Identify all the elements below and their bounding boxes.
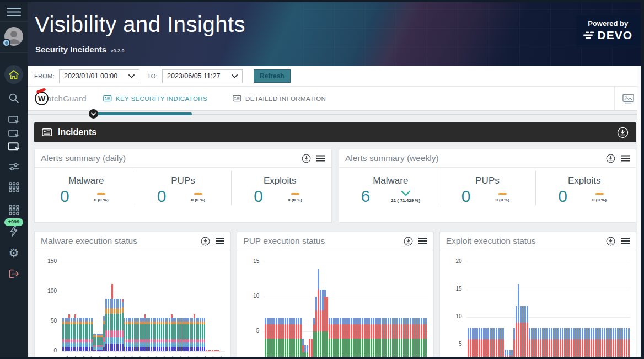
stacked-bar xyxy=(296,318,297,357)
stacked-bar xyxy=(520,306,522,357)
stacked-bar xyxy=(269,318,271,357)
stacked-bar xyxy=(522,306,524,357)
kpi-trend: 0 (0 %) xyxy=(284,190,306,202)
stacked-bar xyxy=(518,284,519,357)
stacked-bar xyxy=(181,318,183,352)
stacked-bar xyxy=(416,318,418,357)
stacked-bar xyxy=(95,334,97,351)
stacked-bar xyxy=(604,328,605,357)
sidebar-item-activeboard-3[interactable] xyxy=(8,142,20,153)
kpi-value: 6 xyxy=(361,187,371,205)
kpi-row: Malware621 (-71.429 %)PUPs00 (0 %)Exploi… xyxy=(339,168,636,205)
stacked-bar xyxy=(573,328,575,357)
stacked-bar xyxy=(77,318,78,352)
from-date-select[interactable]: 2023/01/01 00:00 xyxy=(59,69,139,83)
stacked-bar xyxy=(371,318,372,357)
menu-button[interactable] xyxy=(0,2,28,22)
stacked-bar xyxy=(479,328,480,357)
stacked-bar xyxy=(621,328,623,357)
stacked-bar xyxy=(179,318,181,352)
stacked-bar xyxy=(544,328,546,357)
grid-icon xyxy=(9,205,19,215)
stacked-bar xyxy=(535,328,537,357)
stacked-bar xyxy=(410,318,411,357)
tab-detailed-information[interactable]: DETAILED INFORMATION xyxy=(232,93,327,104)
stacked-bar xyxy=(472,328,474,357)
scroll-knob[interactable] xyxy=(89,109,98,119)
sidebar-item-settings[interactable]: ⚙ xyxy=(9,248,19,259)
chevron-down-icon xyxy=(128,74,135,78)
sidebar-item-apps[interactable] xyxy=(9,182,19,192)
tab-key-security-indicators[interactable]: KEY SECURITY INDICATORS xyxy=(102,93,208,104)
stacked-bar xyxy=(362,318,363,357)
stacked-bar xyxy=(183,318,185,352)
download-icon[interactable] xyxy=(606,154,615,163)
kpi-trend: 0 (0 %) xyxy=(90,190,112,202)
panel-menu-icon[interactable] xyxy=(621,238,630,244)
refresh-button[interactable]: Refresh xyxy=(254,69,291,83)
kpi-label: Malware xyxy=(38,175,135,186)
stacked-bar xyxy=(144,314,146,351)
stacked-bar xyxy=(173,318,175,352)
panel-menu-icon[interactable] xyxy=(316,155,325,162)
y-axis-tick: 150 xyxy=(40,258,57,264)
stacked-bar xyxy=(375,318,377,357)
user-avatar-button[interactable] xyxy=(0,22,28,53)
tabs-bar: W atchGuard KEY SECURITY INDICATORS xyxy=(28,87,641,111)
stacked-bar xyxy=(364,318,366,357)
stacked-bar xyxy=(191,318,193,352)
to-date-select[interactable]: 2023/06/05 11:27 xyxy=(162,69,243,83)
stacked-bar xyxy=(340,318,341,357)
stacked-bar xyxy=(624,328,625,357)
sidebar-item-filters[interactable] xyxy=(9,163,19,171)
kpi-trend: 21 (-71.429 %) xyxy=(391,190,420,203)
download-icon[interactable] xyxy=(606,237,615,246)
stacked-bar xyxy=(617,328,619,357)
sidebar-item-search[interactable] xyxy=(8,93,19,104)
stacked-bar xyxy=(110,299,111,351)
panel-title: Malware execution status xyxy=(41,236,195,246)
stacked-bar xyxy=(500,328,502,357)
stacked-bar xyxy=(161,318,163,352)
sidebar-item-logout[interactable] xyxy=(9,269,19,278)
app-window: +999 ⚙ Visibility and Insights Security … xyxy=(0,0,644,359)
stacked-bar xyxy=(120,299,121,351)
download-icon[interactable] xyxy=(404,237,413,246)
stacked-bar xyxy=(577,328,579,357)
stacked-bar xyxy=(546,328,548,357)
download-icon[interactable] xyxy=(302,154,311,163)
kpi-malware: Malware621 (-71.429 %) xyxy=(342,171,439,205)
kpi-trend-text: 0 (0 %) xyxy=(288,197,302,202)
stacked-bar xyxy=(571,328,572,357)
panel-menu-icon[interactable] xyxy=(216,238,224,244)
stacked-bar xyxy=(538,328,539,357)
stacked-bar xyxy=(524,306,526,357)
sidebar-item-activeboard-2[interactable] xyxy=(8,130,20,139)
stacked-bar xyxy=(153,318,154,352)
sidebar-item-alerts[interactable] xyxy=(9,226,18,237)
scrollbar[interactable] xyxy=(637,66,641,357)
panel-menu-icon[interactable] xyxy=(418,238,427,244)
stacked-bar xyxy=(335,318,337,357)
bolt-icon xyxy=(9,226,18,237)
sidebar-item-activeboard-1[interactable] xyxy=(8,116,20,125)
stacked-bar xyxy=(65,318,66,352)
download-icon[interactable] xyxy=(201,237,210,246)
stacked-bar xyxy=(206,350,207,351)
watchguard-wordmark: atchGuard xyxy=(47,94,87,103)
stacked-bar xyxy=(93,334,95,351)
stacked-bar xyxy=(85,318,87,352)
page-subtitle: Security Incidents v0.2.0 xyxy=(35,45,641,54)
stacked-bar xyxy=(405,318,407,357)
download-icon[interactable] xyxy=(617,127,629,138)
image-chart-icon xyxy=(622,94,634,104)
sidebar-item-home[interactable] xyxy=(4,65,23,84)
kpi-trend: 0 (0 %) xyxy=(588,190,610,202)
kpi-trend: 0 (0 %) xyxy=(491,190,513,202)
sidebar-item-modules[interactable] xyxy=(9,205,19,215)
kpi-trend-text: 21 (-71.429 %) xyxy=(391,198,420,203)
stacked-bar xyxy=(564,328,566,357)
panel-menu-icon[interactable] xyxy=(621,155,630,162)
stacked-bar xyxy=(588,328,590,357)
stacked-bar xyxy=(368,318,370,357)
